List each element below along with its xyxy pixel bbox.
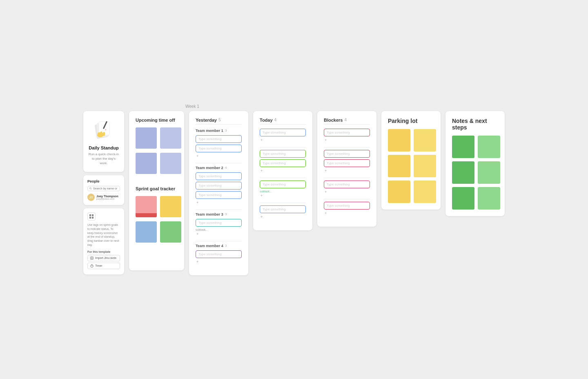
standup-title: Daily Standup (89, 145, 118, 150)
svg-point-18 (91, 265, 93, 267)
sticky-note[interactable] (136, 196, 157, 217)
today-count: 4 (274, 118, 277, 122)
sticky-note[interactable] (160, 127, 181, 149)
sticky-note[interactable] (136, 127, 157, 149)
blockers-title: Blockers (324, 118, 343, 123)
team-member-2-name: Team member 2 (196, 166, 223, 170)
team-member-1-name: Team member 1 (196, 129, 223, 133)
blockers-team1-input1[interactable]: Type something (324, 129, 370, 136)
blockers-card: Blockers 4 Type something + Type somethi… (317, 111, 376, 227)
notes-note[interactable] (452, 187, 474, 210)
yesterday-team1-add[interactable]: + (196, 154, 242, 158)
yesterday-team3-input1[interactable]: Type something (196, 219, 242, 227)
team-member-3-count: 3 (225, 212, 227, 216)
timer-button[interactable]: Timer (87, 263, 120, 269)
sticky-note[interactable] (160, 196, 181, 217)
parking-note[interactable] (414, 129, 436, 152)
parking-note[interactable] (388, 155, 410, 177)
team-member-3-name: Team member 3 (196, 212, 223, 216)
today-team3-input1[interactable]: Type something (260, 181, 306, 188)
standup-illustration (91, 118, 116, 142)
parking-note[interactable] (388, 181, 410, 203)
notes-note[interactable] (452, 161, 474, 184)
notes-grid (452, 136, 498, 210)
yesterday-team3-add[interactable]: + (196, 232, 242, 236)
timer-icon (90, 264, 94, 268)
svg-rect-12 (92, 214, 94, 216)
yesterday-team2-add[interactable]: + (196, 201, 242, 205)
today-card: Today 4 Type something + Type something … (253, 111, 312, 230)
parking-lot-title: Parking lot (388, 118, 434, 124)
today-team2-add[interactable]: + (260, 169, 306, 173)
blockers-team4-add[interactable]: + (324, 211, 370, 215)
yesterday-team1-input1[interactable]: Type something (196, 135, 242, 143)
today-team1-input1[interactable]: Type something (260, 129, 306, 136)
today-team2-input2[interactable]: Type something (260, 159, 306, 167)
team-member-1-count: 3 (225, 129, 227, 132)
blockers-team2: Type something Type something + (324, 150, 370, 173)
today-team3-add[interactable]: + (260, 194, 306, 198)
yesterday-team2-input1[interactable]: Type something (196, 172, 242, 180)
people-search-input[interactable] (93, 187, 118, 190)
blockers-team4: Type something + (324, 202, 370, 215)
sticky-note[interactable] (160, 221, 181, 243)
yesterday-team4-input1[interactable]: Type something (196, 250, 242, 258)
yesterday-team3: Team member 3 3 Type something subtask..… (196, 212, 242, 236)
parking-note[interactable] (414, 155, 436, 177)
blockers-count: 4 (344, 118, 347, 122)
blockers-team1-add[interactable]: + (324, 138, 370, 142)
today-team2-input1[interactable]: Type something (260, 150, 306, 158)
notes-note[interactable] (478, 187, 500, 210)
yesterday-team2-input2[interactable]: Type something (196, 182, 242, 190)
yesterday-team3-sub: subtask... (196, 228, 242, 231)
people-card: People JT Joey Thompson joey@jones.com (83, 175, 124, 205)
notes-note[interactable] (478, 136, 500, 158)
tools-icon (87, 212, 96, 221)
svg-rect-14 (92, 217, 94, 218)
blockers-team3-input1[interactable]: Type something (324, 181, 370, 188)
blockers-team2-input1[interactable]: Type something (324, 150, 370, 158)
today-team4-add[interactable]: + (260, 215, 306, 219)
blockers-team2-input2[interactable]: Type something (324, 159, 370, 167)
standup-description: Run a quick check-in to plan the day's w… (88, 152, 119, 166)
parking-note[interactable] (388, 129, 410, 152)
week-label: Week 1 (83, 104, 199, 109)
sprint-notes-row1 (136, 196, 178, 217)
upcoming-title: Upcoming time off (136, 118, 178, 123)
notes-note[interactable] (452, 136, 474, 158)
yesterday-header: Yesterday 5 (196, 118, 242, 125)
blockers-team4-input1[interactable]: Type something (324, 202, 370, 210)
yesterday-team2-input3[interactable]: Type something (196, 191, 242, 199)
svg-line-10 (91, 189, 92, 190)
timer-label: Timer (95, 264, 102, 267)
people-title: People (87, 179, 120, 183)
search-box[interactable] (87, 186, 120, 191)
import-jira-button[interactable]: Import Jira cards (87, 255, 120, 261)
parking-note[interactable] (414, 181, 436, 203)
sticky-note[interactable] (160, 153, 181, 174)
blockers-team3-add[interactable]: + (324, 190, 370, 194)
yesterday-team1-input2[interactable]: Type something (196, 145, 242, 152)
today-team4-input1[interactable]: Type something (260, 205, 306, 213)
sticky-note[interactable] (136, 153, 157, 174)
notes-title: Notes & next steps (452, 118, 498, 131)
upcoming-card: Upcoming time off Sprint goal tracker (129, 111, 184, 270)
yesterday-count: 5 (218, 118, 221, 122)
svg-rect-11 (89, 214, 91, 216)
sprint-notes-row2 (136, 221, 178, 243)
today-team1: Type something + (260, 129, 306, 142)
today-team1-add[interactable]: + (260, 138, 306, 142)
today-title: Today (260, 118, 273, 123)
yesterday-team4-add[interactable]: + (196, 260, 242, 264)
import-icon (90, 256, 94, 260)
upcoming-notes-row1 (136, 127, 178, 149)
notes-note[interactable] (478, 161, 500, 184)
notes-card: Notes & next steps (445, 111, 505, 216)
blockers-team2-add[interactable]: + (324, 169, 370, 173)
avatar: JT (87, 194, 95, 201)
blockers-team1: Type something + (324, 129, 370, 142)
team-member-4-count: 3 (225, 244, 227, 247)
sticky-note[interactable] (136, 221, 157, 243)
tools-card: Use tags on sprint goals to indicate sta… (83, 208, 124, 274)
user-row: JT Joey Thompson joey@jones.com (87, 194, 120, 201)
